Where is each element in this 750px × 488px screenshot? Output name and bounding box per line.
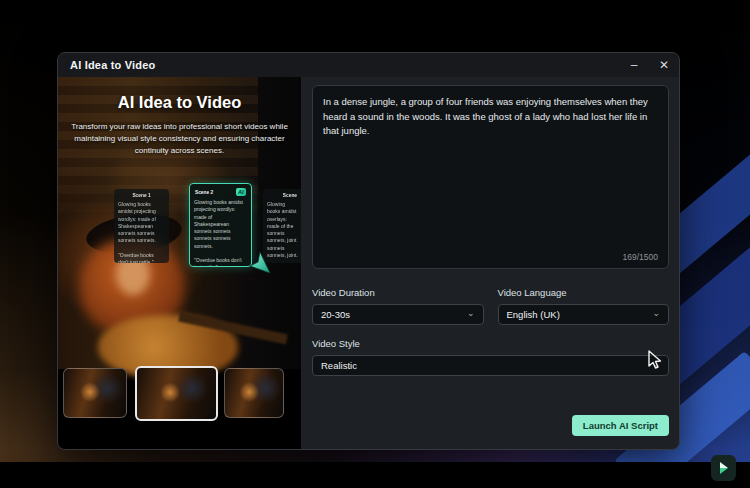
script-form-panel: In a dense jungle, a group of four frien… [301, 77, 679, 450]
video-language-label: Video Language [498, 287, 670, 298]
scene-thumbnail-2-selected [135, 366, 218, 421]
dialog-titlebar: AI Idea to Video – ✕ [58, 53, 679, 77]
promo-cursor-icon [246, 249, 274, 277]
launch-ai-script-button[interactable]: Launch AI Script [572, 415, 669, 436]
video-language-field: Video Language English (UK) ⌄ [498, 287, 670, 325]
scene-card-1-title: Scene 1 [118, 193, 165, 198]
scene-thumbnail-1 [63, 368, 127, 418]
video-style-label: Video Style [312, 338, 669, 349]
promo-title: AI Idea to Video [58, 93, 301, 112]
screen: AI Idea to Video – ✕ AI Idea t [0, 0, 750, 488]
scene-card-3-title: Scene [267, 193, 299, 198]
mouse-cursor-icon [646, 349, 663, 371]
scene-thumbnails [58, 366, 301, 424]
promo-subtitle: Transform your raw ideas into profession… [71, 121, 288, 157]
scene-card-1: Scene 1 Glowing books amidst projecting … [114, 189, 169, 263]
scene-thumbnail-3 [224, 368, 284, 418]
video-duration-field: Video Duration 20-30s ⌄ [312, 287, 484, 325]
scene-card-2: Scene 2 AI Glowing books amidst projecti… [189, 183, 252, 267]
video-language-value: English (UK) [507, 309, 560, 320]
filmora-logo-icon[interactable] [711, 455, 736, 481]
dialog-body: AI Idea to Video Transform your raw idea… [58, 77, 679, 450]
chevron-down-icon: ⌄ [467, 309, 475, 318]
scene-card-2-body: Glowing books amidst projecting wordlys:… [194, 199, 247, 267]
script-input-container: In a dense jungle, a group of four frien… [312, 85, 669, 269]
scene-card-2-title: Scene 2 [195, 190, 213, 195]
chevron-down-icon: ⌄ [652, 309, 660, 318]
ai-idea-to-video-dialog: AI Idea to Video – ✕ AI Idea t [57, 52, 680, 450]
video-duration-label: Video Duration [312, 287, 484, 298]
video-duration-value: 20-30s [321, 309, 350, 320]
video-duration-select[interactable]: 20-30s ⌄ [312, 304, 484, 325]
close-button[interactable]: ✕ [649, 53, 679, 77]
promo-panel: AI Idea to Video Transform your raw idea… [58, 77, 301, 450]
close-icon: ✕ [659, 58, 669, 72]
video-style-select[interactable]: Realistic ⌄ [312, 355, 669, 376]
video-language-select[interactable]: English (UK) ⌄ [498, 304, 670, 325]
minimize-icon: – [631, 58, 638, 72]
dialog-title: AI Idea to Video [58, 59, 156, 71]
ai-badge: AI [236, 188, 247, 196]
video-style-field: Video Style Realistic ⌄ [312, 338, 669, 415]
character-count: 169/1500 [623, 252, 658, 262]
minimize-button[interactable]: – [619, 53, 649, 77]
script-input[interactable]: In a dense jungle, a group of four frien… [313, 86, 668, 246]
scene-card-1-body: Glowing books amidst projecting wordlys:… [118, 201, 165, 263]
video-style-value: Realistic [321, 360, 357, 371]
